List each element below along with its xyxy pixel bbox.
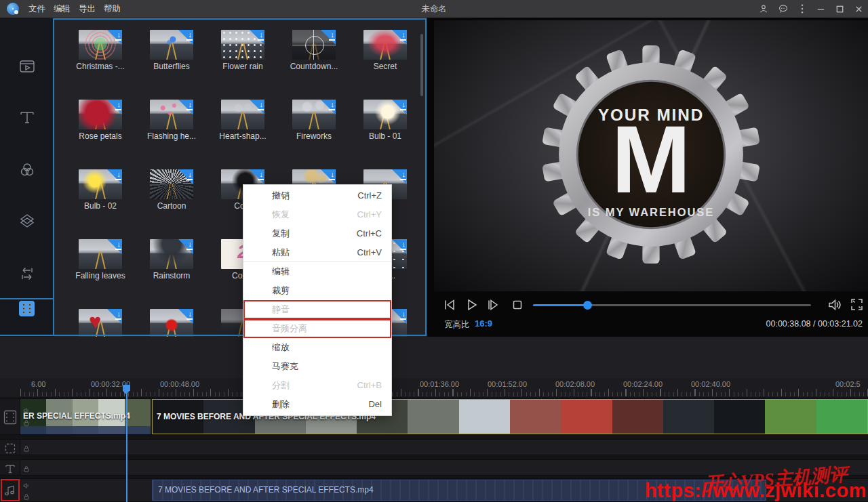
gear-graphic: YOUR MIND M IS MY WAREHOUSE (539, 43, 763, 266)
feedback-icon[interactable] (778, 3, 789, 14)
filters-icon[interactable] (18, 161, 36, 179)
thumbnail: ↓ (79, 30, 122, 60)
step-forward-button[interactable] (486, 297, 500, 312)
download-icon[interactable]: ↓ (392, 169, 407, 184)
stop-button[interactable] (510, 297, 525, 312)
track-lock-icon[interactable] (23, 465, 30, 472)
minimize-button[interactable] (816, 4, 826, 14)
media-item[interactable]: ↓Secret (363, 30, 407, 60)
ctx-undo[interactable]: Ctrl+Z撤销 (243, 186, 391, 205)
pip-track-header[interactable] (0, 440, 20, 455)
seek-knob[interactable] (583, 301, 592, 310)
fullscreen-icon[interactable] (849, 297, 865, 312)
close-button[interactable] (854, 4, 864, 14)
thumbnail: ↓ (150, 239, 193, 269)
download-icon[interactable]: ↓ (321, 30, 336, 45)
menu-file[interactable]: 文件 (24, 0, 50, 18)
download-icon[interactable]: ↓ (178, 309, 193, 324)
media-library-icon[interactable] (18, 58, 36, 75)
thumbnail: ↓ (150, 100, 193, 129)
thumbnail: ↓ (150, 309, 193, 337)
maximize-button[interactable] (835, 4, 845, 14)
timeline-ruler[interactable]: 6.00 00:00:32.00 00:00:48.00 00:01:36.00… (0, 378, 868, 397)
download-icon[interactable]: ↓ (392, 100, 407, 114)
video-frame: YOUR MIND M IS MY WAREHOUSE (434, 20, 868, 291)
track-lock-icon[interactable] (23, 445, 30, 452)
download-icon[interactable]: ↓ (392, 239, 407, 254)
media-item-label: Butterflies (136, 62, 207, 71)
volume-icon[interactable] (827, 297, 844, 313)
media-item[interactable]: ↓Heart-shap... (221, 100, 264, 129)
ctx-mosaic[interactable]: 马赛克 (243, 357, 391, 376)
transitions-icon[interactable] (18, 265, 36, 283)
media-item-label: Heart-shap... (208, 131, 278, 141)
media-item[interactable]: ↓Countdown... (292, 30, 336, 60)
ctx-copy[interactable]: Ctrl+C复制 (243, 224, 391, 243)
more-icon[interactable] (797, 3, 807, 14)
track-mute-icon[interactable] (23, 482, 30, 489)
media-item[interactable]: ↓Fireworks (292, 100, 336, 129)
menu-help[interactable]: 帮助 (100, 0, 125, 18)
ctx-crop[interactable]: 裁剪 (243, 281, 391, 300)
play-button[interactable] (464, 297, 479, 312)
download-icon[interactable]: ↓ (178, 30, 193, 45)
download-icon[interactable]: ↓ (178, 239, 193, 254)
ctx-redo: Ctrl+Y恢复 (243, 205, 391, 224)
media-item[interactable]: ↓Cartoon (150, 169, 193, 199)
media-item[interactable]: ↓Bulb - 02 (79, 169, 122, 199)
download-icon[interactable]: ↓ (107, 30, 122, 45)
video-track[interactable]: ER SPECIAL EFFECTS.mp4 7 MOVIES BEFORE A… (0, 398, 868, 435)
media-item[interactable]: ↓Rainstorm (150, 239, 193, 269)
video-clip-1[interactable]: ER SPECIAL EFFECTS.mp4 (20, 399, 151, 434)
menu-export[interactable]: 导出 (75, 0, 100, 18)
media-item[interactable]: ↓ (150, 309, 193, 337)
ctx-delete[interactable]: Del删除 (243, 395, 391, 414)
download-icon[interactable]: ↓ (178, 100, 193, 114)
media-item[interactable]: ↓Flashing he... (150, 100, 193, 129)
ctx-edit[interactable]: 编辑 (243, 262, 391, 281)
thumbnail: ↓ (79, 239, 122, 269)
ruler-label: 00:02:5 (835, 380, 861, 388)
pip-track[interactable] (0, 439, 868, 455)
download-icon[interactable]: ↓ (107, 100, 122, 114)
media-item[interactable]: ↓Bulb - 01 (363, 100, 407, 129)
elements-icon-active[interactable] (18, 299, 35, 317)
download-icon[interactable]: ↓ (178, 169, 193, 184)
download-icon[interactable]: ↓ (250, 169, 264, 184)
ctx-paste[interactable]: Ctrl+V粘贴 (243, 243, 391, 262)
track-lock-icon[interactable] (23, 493, 30, 500)
ruler-label: 00:01:52.00 (488, 380, 527, 388)
download-icon[interactable]: ↓ (392, 309, 407, 324)
text-tool-icon[interactable] (18, 108, 36, 126)
gear-text-bottom: IS MY WAREHOUSE (588, 206, 715, 218)
media-item-label: Rose petals (65, 131, 136, 141)
download-icon[interactable]: ↓ (321, 100, 336, 114)
aspect-ratio-value[interactable]: 16:9 (475, 318, 492, 329)
ruler-label: 00:02:08.00 (555, 380, 595, 388)
seek-bar[interactable] (533, 304, 811, 306)
media-scrollbar[interactable] (420, 34, 423, 96)
step-back-button[interactable] (442, 297, 457, 312)
menu-edit[interactable]: 编辑 (50, 0, 75, 18)
sidebar (0, 18, 54, 337)
download-icon[interactable]: ↓ (107, 309, 122, 324)
text-track-header[interactable] (0, 460, 20, 475)
ctx-zoom[interactable]: 缩放 (243, 338, 391, 357)
download-icon[interactable]: ↓ (250, 100, 264, 114)
media-item[interactable]: ↓Christmas -... (79, 30, 122, 60)
media-item-label: Flower rain (208, 62, 278, 71)
download-icon[interactable]: ↓ (107, 169, 122, 184)
download-icon[interactable]: ↓ (250, 30, 264, 45)
media-item[interactable]: ↓Butterflies (150, 30, 193, 60)
download-icon[interactable]: ↓ (107, 239, 122, 254)
media-item[interactable]: ↓Rose petals (79, 100, 122, 129)
overlays-icon[interactable] (18, 212, 36, 230)
download-icon[interactable]: ↓ (392, 30, 407, 45)
download-icon[interactable]: ↓ (321, 169, 336, 184)
video-track-header[interactable] (0, 399, 20, 434)
media-item[interactable]: ↓Falling leaves (79, 239, 122, 269)
media-item[interactable]: ↓Flower rain (221, 30, 264, 60)
ruler-ticks (20, 389, 868, 396)
user-icon[interactable] (758, 3, 769, 14)
media-item[interactable]: ↓ (79, 309, 122, 337)
